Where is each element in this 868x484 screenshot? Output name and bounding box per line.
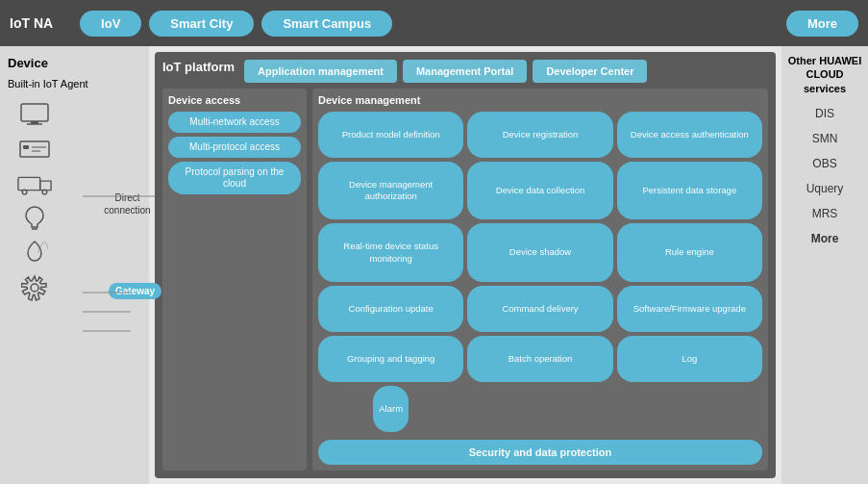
platform-panel: IoT platform Application management Mana… <box>155 52 776 478</box>
svg-rect-0 <box>21 104 48 121</box>
nav-smart-city[interactable]: Smart City <box>149 11 254 37</box>
batch-operation-pill: Batch operation <box>467 336 612 382</box>
device-access-label: Device access <box>168 94 301 106</box>
rule-engine-pill: Rule engine <box>617 223 762 281</box>
nav-more[interactable]: More <box>786 11 858 37</box>
service-mrs: MRS <box>787 203 862 224</box>
gear-circle-icon <box>17 274 52 301</box>
svg-rect-7 <box>18 177 40 190</box>
svg-rect-4 <box>23 145 29 149</box>
gateway-label: Gateway <box>109 283 161 299</box>
multi-network-pill: Multi-network access <box>168 112 301 133</box>
device-access-panel: Device access Multi-network access Multi… <box>162 89 307 471</box>
svg-point-11 <box>31 284 38 292</box>
device-registration-pill: Device registration <box>467 112 612 158</box>
product-model-pill: Product model definition <box>318 112 463 158</box>
brand-label: IoT NA <box>10 15 53 31</box>
app-management-box: Application management <box>244 60 397 83</box>
main-content: Device Built-in IoT Agent <box>0 46 868 484</box>
device-data-collection-pill: Device data collection <box>467 162 612 219</box>
device-mgmt-grid: Product model definition Device registra… <box>318 112 762 432</box>
device-mgmt-auth-pill: Device management authorization <box>318 162 463 219</box>
service-uquery: Uquery <box>787 178 862 199</box>
alarm-pill: Alarm <box>373 386 409 432</box>
management-row: Application management Management Portal… <box>244 60 768 83</box>
nav-smart-campus[interactable]: Smart Campus <box>261 11 392 37</box>
nav-iov[interactable]: IoV <box>80 11 141 37</box>
services-panel-title: Other HUAWEI CLOUD services <box>787 54 862 95</box>
realtime-status-pill: Real-time device status monitoring <box>318 223 463 281</box>
persistent-data-pill: Persistent data storage <box>617 162 762 219</box>
direct-connection-label: Direct connection <box>101 191 154 217</box>
firmware-upgrade-pill: Software/Firmware upgrade <box>617 286 762 332</box>
device-mgmt-label: Device management <box>318 94 762 106</box>
truck-icon <box>17 170 52 197</box>
bulb-icon <box>17 205 52 232</box>
command-delivery-pill: Command delivery <box>467 286 612 332</box>
top-navigation: IoT NA IoV Smart City Smart Campus More <box>0 0 868 46</box>
platform-title: IoT platform <box>162 60 235 74</box>
security-bar: Security and data protection <box>318 440 762 465</box>
device-shadow-pill: Device shadow <box>467 223 612 281</box>
developer-center-box: Developer Center <box>533 60 647 83</box>
multi-protocol-pill: Multi-protocol access <box>168 137 301 158</box>
services-panel: Other HUAWEI CLOUD services DIS SMN OBS … <box>781 46 868 484</box>
bottom-section: Device access Multi-network access Multi… <box>162 89 768 471</box>
service-obs: OBS <box>787 153 862 174</box>
grouping-tagging-pill: Grouping and tagging <box>318 336 463 382</box>
log-pill: Log <box>617 336 762 382</box>
service-more[interactable]: More <box>787 228 862 249</box>
card-icon <box>17 136 52 163</box>
device-mgmt-panel: Device management Product model definiti… <box>312 89 768 471</box>
config-update-pill: Configuration update <box>318 286 463 332</box>
service-smn: SMN <box>787 128 862 149</box>
device-access-auth-pill: Device access authentication <box>617 112 762 158</box>
monitor-icon <box>17 101 52 128</box>
service-dis: DIS <box>787 103 862 124</box>
mgmt-portal-box: Management Portal <box>403 60 527 83</box>
device-subtitle: Built-in IoT Agent <box>8 78 141 89</box>
drop-icon <box>17 240 52 267</box>
device-panel-title: Device <box>8 56 141 70</box>
protocol-parsing-pill: Protocol parsing on the cloud <box>168 162 301 194</box>
device-panel: Device Built-in IoT Agent <box>0 46 149 484</box>
